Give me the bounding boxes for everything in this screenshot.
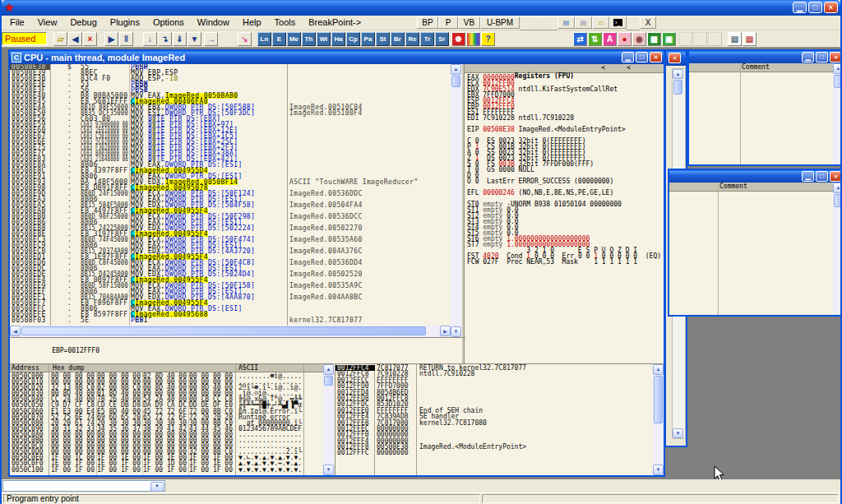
run-icon[interactable]: ▶ (104, 32, 118, 46)
register-line[interactable]: T 0 GS 0000 NULL (465, 167, 664, 173)
menu-item-help[interactable]: Help (236, 16, 268, 29)
toolbar-view-button-ln[interactable]: Ln (257, 32, 271, 46)
close-icon[interactable]: × (830, 171, 840, 182)
console-icon[interactable]: ›_ (609, 16, 627, 29)
scrollbar-thumb[interactable] (834, 75, 840, 88)
scrollbar-thumb[interactable] (451, 76, 460, 87)
menu-item-options[interactable]: Options (146, 16, 191, 29)
document-icon[interactable]: ▤ (557, 16, 575, 29)
scroll-up-icon[interactable]: ▲ (833, 183, 840, 193)
restore-button[interactable]: □ (808, 2, 822, 13)
scroll-right-icon[interactable]: ▶ (440, 326, 451, 336)
menu-item-debug[interactable]: Debug (63, 16, 103, 29)
scroll-up-icon[interactable]: ▲ (673, 69, 683, 79)
maximize-button[interactable]: □ (816, 171, 828, 182)
comment-window-2-titlebar[interactable]: ▁ □ × (669, 170, 840, 183)
disasm-row[interactable]: 00508E40.B8 B0BA5000MOV EAX,ImageRed.005… (10, 93, 451, 99)
close-button[interactable]: × (824, 2, 838, 13)
registers-pane[interactable]: Registers (FPU) << EAX 00000000ECX 0012F… (464, 64, 664, 363)
toolbar-view-button-wi[interactable]: Wi (317, 32, 331, 46)
register-line[interactable]: FCW 027F Prec NEAR,53 Mask 1 1 1 1 1 1 (465, 259, 664, 265)
log-panel-icon[interactable]: ▤ (728, 32, 742, 46)
binary-view-icon[interactable]: ▦ (647, 32, 661, 46)
scroll-up-icon[interactable]: ▲ (451, 64, 461, 75)
options-gear-icon[interactable]: ☸ (451, 32, 465, 46)
open-file-icon[interactable]: ▱ (53, 32, 67, 46)
close-icon[interactable]: × (650, 52, 662, 62)
toolbar-view-button-cp[interactable]: Cp (346, 32, 360, 46)
disassembly-pane[interactable]: 00508E38$55PUSH EBP00508E39.8BECMOV EBP,… (10, 64, 451, 326)
document2-icon[interactable]: ▤ (575, 16, 592, 29)
scroll-up-icon[interactable]: ▲ (833, 63, 840, 74)
register-line[interactable]: EFL 00000246 (NO,NB,E,BE,NS,PE,GE,LE) (465, 190, 664, 196)
registers-header[interactable]: Registers (FPU) << (465, 64, 664, 73)
disasm-row[interactable]: 00508EF1.8B15 70A84A00MOV EDX,DWORD PTR … (10, 294, 451, 300)
scrollbar-thumb[interactable] (834, 194, 840, 207)
stack-pane[interactable]: 0012FFC47C817077RETURN to kernel32.7C817… (335, 363, 664, 475)
open-folder-icon[interactable]: ▱ (592, 16, 609, 29)
disasm-row[interactable]: 00508E3B.83C4 F0ADD ESP,-10 (10, 76, 451, 81)
scrollbar-thumb[interactable] (673, 80, 682, 95)
menu-close-button[interactable]: X (640, 16, 656, 29)
toolbar-view-button-tr[interactable]: Tr (420, 32, 434, 46)
scroll-up-icon[interactable]: ▲ (323, 364, 334, 375)
close-program-icon[interactable]: × (83, 32, 97, 46)
background-window-titlebar[interactable]: × (666, 51, 686, 66)
dump-pane[interactable]: Address Hex dump ASCII 0050C00000 00 00 … (10, 363, 334, 475)
disasm-row[interactable]: 00508ECB.8B15 20374A00MOV EDX,DWORD PTR … (10, 248, 451, 254)
scrollbar-thumb[interactable] (21, 326, 426, 335)
scroll-down-icon[interactable]: ▼ (653, 465, 664, 475)
disasm-row[interactable]: 00508E8A.8B06MOV EAX,DWORD PTR DS:[ESI] (10, 162, 451, 168)
menu-item-window[interactable]: Window (191, 16, 236, 29)
column-divider[interactable] (740, 63, 741, 164)
menu-item-plugins[interactable]: Plugins (104, 16, 146, 29)
disasm-row[interactable]: 00508E39.8BECMOV EBP,ESP (10, 70, 451, 76)
disasm-row[interactable]: 00508E50.8B35 DCF35000MOV ESI,DWORD PTR … (10, 110, 451, 116)
spiral-icon[interactable]: ◉ (632, 32, 646, 46)
swap-panes-icon[interactable]: ⇄ (573, 32, 587, 46)
breakpoint-dot-icon[interactable]: ● (618, 32, 632, 46)
menu-item-view[interactable]: View (31, 16, 64, 29)
disasm-row[interactable]: 00508E38$55PUSH EBP (10, 64, 451, 70)
pause-icon[interactable]: ‖ (119, 32, 133, 46)
column-header[interactable]: Comment (689, 63, 840, 72)
menu-item-breakpoint[interactable]: BreakPoint-> (302, 16, 368, 29)
column-header[interactable]: Comment (669, 183, 840, 192)
dump-header[interactable]: Address Hex dump ASCII (10, 364, 334, 372)
register-line[interactable]: EDI 7C910228 ntdll.7C910228 (465, 115, 664, 121)
disasm-row[interactable]: 00508EB8.8B15 24225000MOV EDX,DWORD PTR … (10, 225, 451, 231)
toolbar-view-button-st[interactable]: St (376, 32, 390, 46)
minimize-button[interactable]: ▁ (802, 171, 814, 182)
help-icon[interactable]: ? (481, 32, 495, 46)
dump-vscrollbar[interactable]: ▲ ▼ (323, 364, 334, 475)
menu-button-p[interactable]: P (438, 16, 458, 29)
command-combobox[interactable]: ▼ (2, 480, 165, 492)
disassembly-vscrollbar[interactable]: ▲ ▼ (451, 64, 461, 337)
scroll-left-icon[interactable]: ◀ (10, 326, 21, 336)
dump-row[interactable]: 0050C1001F 00 1F 001F 00 1F 001F 00 1F 0… (10, 467, 323, 473)
toolbar-view-button-th[interactable]: Th (302, 32, 316, 46)
assembler-icon[interactable]: A (603, 32, 617, 46)
info-pane[interactable]: EBP=0012FFF0 (10, 337, 465, 366)
disasm-row[interactable]: 00508EA5.8B15 584F5000MOV EDX,DWORD PTR … (10, 202, 451, 208)
comment-window-2-scrollbar[interactable]: ▲ (833, 183, 840, 315)
disasm-row[interactable]: 00508EFC.8B06MOV EAX,DWORD PTR DS:[ESI] (10, 306, 451, 312)
stack-row[interactable]: 0012FFFC00000000 (335, 450, 652, 455)
scrollbar-thumb[interactable] (324, 376, 333, 386)
disasm-row[interactable]: 00508E3E.53PUSH EBX (10, 81, 451, 87)
toolbar-view-button-re[interactable]: Re (405, 32, 419, 46)
comment-window-1-titlebar[interactable]: ▁ □ × (689, 51, 840, 63)
scroll-down-icon[interactable]: ▼ (451, 326, 461, 337)
column-divider[interactable] (718, 183, 719, 315)
disasm-row[interactable]: 00508EDE.8B15 D4245000MOV EDX,DWORD PTR … (10, 271, 451, 277)
toolbar-view-button-sr[interactable]: Sr (435, 32, 449, 46)
menu-button-u-bpm[interactable]: U-BPM (480, 16, 520, 29)
background-window-close-button[interactable]: × (669, 53, 681, 63)
toolbar-view-button-pa[interactable]: Pa (361, 32, 375, 46)
comment-window-1-scrollbar[interactable]: ▲ (833, 63, 840, 164)
disasm-row[interactable]: 00508F03.5EPOP ESIkernel32.7C817077 (10, 317, 451, 323)
minimize-button[interactable]: ▁ (622, 52, 634, 62)
toolbar-view-button-e[interactable]: E (272, 32, 286, 46)
step-over-icon[interactable]: ↴ (158, 32, 172, 46)
trace-into-icon[interactable]: ⇓ (173, 32, 187, 46)
